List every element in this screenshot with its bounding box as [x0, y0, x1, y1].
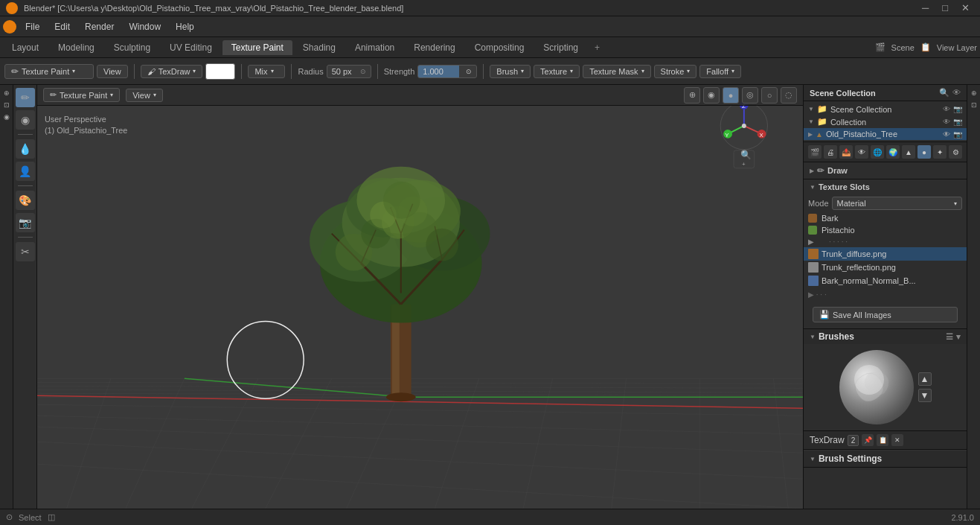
brush-sphere: [839, 350, 914, 424]
menu-render[interactable]: Render: [79, 20, 120, 34]
tool-annotate[interactable]: ✂: [16, 242, 35, 261]
tool-mask[interactable]: 📷: [16, 213, 35, 232]
viewport-shading-material-btn[interactable]: ◎: [742, 87, 758, 104]
props-particles-icon[interactable]: ✦: [933, 145, 947, 159]
outliner-filter-icon[interactable]: 🔍: [939, 88, 949, 98]
draw-section-header[interactable]: ▶ ✏ Draw: [804, 162, 967, 179]
radius-input[interactable]: 50 px ⊙: [327, 65, 371, 78]
tool-fill[interactable]: 🎨: [16, 191, 35, 210]
props-view-icon[interactable]: 👁: [855, 145, 868, 159]
view-button[interactable]: View: [97, 65, 128, 78]
texture-file-trunk-diffuse[interactable]: Trunk_diffuse.png: [804, 247, 967, 261]
props-physics-icon[interactable]: ⚙: [949, 145, 962, 159]
pistachio-render-icon[interactable]: 📷: [953, 130, 962, 139]
menu-help[interactable]: Help: [170, 20, 200, 34]
viewport-shading-rendered-btn[interactable]: ◌: [781, 87, 797, 104]
tree-row-collection[interactable]: ▼ 📁 Collection 👁 📷: [804, 115, 967, 128]
brush-settings-btn[interactable]: Brush ▾: [490, 65, 531, 78]
props-output-icon[interactable]: 📤: [839, 145, 853, 159]
left-strip-icon-2[interactable]: ⊡: [1, 100, 12, 110]
collection-eye-icon[interactable]: 👁: [943, 118, 950, 126]
menu-edit[interactable]: Edit: [48, 20, 76, 34]
brushes-header[interactable]: ▼ Brushes ☰ ▾: [804, 329, 967, 344]
texture-file-trunk-reflection[interactable]: Trunk_reflection.png: [804, 261, 967, 274]
props-material-icon-active[interactable]: ●: [917, 145, 931, 159]
viewport-shading-solid-btn[interactable]: ●: [723, 87, 739, 104]
mode-selector[interactable]: ✏ Texture Paint ▾: [4, 64, 94, 79]
tab-shading[interactable]: Shading: [294, 40, 345, 55]
texture-btn[interactable]: Texture ▾: [534, 65, 580, 78]
menu-window[interactable]: Window: [123, 20, 167, 34]
tab-texture-paint[interactable]: Texture Paint: [222, 40, 292, 55]
tool-clone[interactable]: 👤: [16, 162, 35, 181]
collection-render-icon[interactable]: 📷: [953, 118, 962, 126]
menu-file[interactable]: File: [19, 20, 45, 34]
view-layer-value[interactable]: View Layer: [937, 43, 977, 52]
color-swatch[interactable]: [205, 63, 235, 80]
brush-down-btn[interactable]: ▼: [918, 389, 932, 402]
tool-draw[interactable]: ✏: [16, 88, 35, 107]
viewport-shading-render-btn[interactable]: ○: [761, 87, 778, 104]
texture-file-bark-normal[interactable]: Bark_normal_Normal_B...: [804, 274, 967, 287]
props-scene-props-icon[interactable]: 🌐: [871, 145, 884, 159]
falloff-btn[interactable]: Falloff ▾: [699, 65, 741, 78]
close-button[interactable]: ✕: [957, 2, 974, 13]
props-world-icon[interactable]: 🌍: [886, 145, 900, 159]
left-strip-icon-3[interactable]: ◉: [1, 112, 12, 122]
viewport-gizmo-btn[interactable]: ⊕: [684, 87, 700, 104]
texture-slot-pistachio[interactable]: Pistachio: [804, 224, 967, 236]
props-right-icon-2[interactable]: ⊡: [969, 100, 979, 110]
outliner-eye-icon[interactable]: 👁: [952, 88, 961, 98]
stroke-btn[interactable]: Stroke ▾: [654, 65, 697, 78]
texture-slots-header[interactable]: ▼ Texture Slots: [804, 179, 967, 194]
viewport-overlay-btn[interactable]: ◉: [703, 87, 720, 104]
viewport-view-btn[interactable]: View ▾: [126, 89, 163, 102]
textures-expand[interactable]: ▶ · · ·: [804, 287, 967, 301]
texdraw-number[interactable]: 2: [848, 435, 859, 446]
left-strip-icon-1[interactable]: ⊕: [1, 88, 12, 98]
texdraw-pin-icon[interactable]: 📌: [862, 434, 874, 446]
tab-rendering[interactable]: Rendering: [405, 40, 464, 55]
brushes-expand-icon[interactable]: ▾: [956, 332, 961, 342]
texdraw-footer: TexDraw 2 📌 📋 ✕: [804, 430, 967, 449]
viewport[interactable]: ✏ Texture Paint ▾ View ▾ ⊕ ◉ ● ◎ ○ ◌: [37, 85, 803, 509]
tool-smear[interactable]: 💧: [16, 139, 35, 159]
add-workspace-button[interactable]: +: [589, 40, 606, 55]
texdraw-delete-icon[interactable]: ✕: [891, 434, 903, 446]
scene-value[interactable]: Scene: [891, 43, 915, 52]
tab-sculpting[interactable]: Sculpting: [105, 40, 159, 55]
tab-modeling[interactable]: Modeling: [49, 40, 103, 55]
tab-scripting[interactable]: Scripting: [534, 40, 587, 55]
menu-bar: File Edit Render Window Help: [0, 16, 980, 37]
props-right-icon-1[interactable]: ⊕: [969, 88, 979, 98]
brush-up-btn[interactable]: ▲: [918, 372, 932, 386]
mode-selector-right[interactable]: Material ▾: [832, 197, 962, 210]
viewport-canvas[interactable]: User Perspective (1) Old_Pistachio_Tree …: [37, 85, 803, 509]
tab-compositing[interactable]: Compositing: [466, 40, 534, 55]
viewport-mode-btn[interactable]: ✏ Texture Paint ▾: [43, 88, 120, 102]
scene-collection-render-icon[interactable]: 📷: [953, 105, 962, 113]
pistachio-eye-icon[interactable]: 👁: [943, 130, 950, 139]
maximize-button[interactable]: □: [938, 2, 952, 13]
tab-layout[interactable]: Layout: [3, 40, 48, 55]
tree-row-pistachio[interactable]: ▶ ▲ Old_Pistachio_Tree 👁 📷: [804, 128, 967, 140]
save-all-images-button[interactable]: 💾 Save All Images: [813, 307, 958, 322]
props-scene-icon[interactable]: 🎬: [808, 145, 822, 159]
texture-mask-btn[interactable]: Texture Mask ▾: [583, 65, 650, 78]
scene-collection-eye-icon[interactable]: 👁: [943, 105, 950, 113]
props-render-icon[interactable]: 🖨: [824, 145, 837, 159]
brush-selector[interactable]: 🖌 TexDraw ▾: [141, 65, 203, 78]
props-object-icon[interactable]: ▲: [902, 145, 915, 159]
slots-expand[interactable]: ▶ · · · · ·: [804, 236, 967, 247]
blend-mode-selector[interactable]: Mix ▾: [248, 65, 285, 78]
minimize-button[interactable]: ─: [917, 2, 933, 13]
tool-soften[interactable]: ◉: [16, 110, 35, 130]
tab-uv-editing[interactable]: UV Editing: [161, 40, 221, 55]
texdraw-copy-icon[interactable]: 📋: [877, 434, 888, 446]
tree-row-scene-collection[interactable]: ▼ 📁 Scene Collection 👁 📷: [804, 103, 967, 115]
brush-settings-header[interactable]: ▼ Brush Settings: [804, 450, 967, 467]
texture-slot-bark[interactable]: Bark: [804, 212, 967, 224]
tab-animation[interactable]: Animation: [346, 40, 403, 55]
strength-input[interactable]: 1.000 ⊙: [417, 65, 477, 78]
brushes-list-icon[interactable]: ☰: [946, 332, 953, 342]
